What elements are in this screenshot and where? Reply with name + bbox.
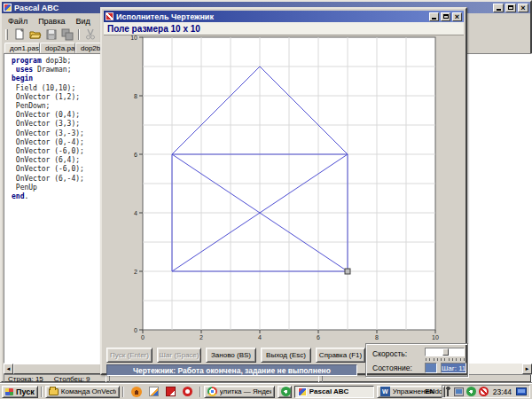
windows-flag-icon — [5, 388, 13, 395]
computer-icon[interactable] — [454, 387, 464, 396]
speed-label: Скорость: — [372, 349, 407, 358]
minimize-icon — [432, 18, 436, 20]
restore-icon — [508, 5, 513, 10]
svg-text:2: 2 — [134, 269, 137, 275]
taskbar-divider — [122, 387, 124, 397]
svg-text:0: 0 — [134, 327, 137, 333]
status-line-label: Строка: 15 — [8, 375, 43, 383]
tab-доп1.pas[interactable]: доп1.pas — [4, 43, 40, 53]
drawman-button-row: Пуск (Enter)Шаг (Space)Заново (BS)Выход … — [106, 348, 365, 363]
cut-icon — [84, 28, 97, 41]
display-icon[interactable] — [516, 387, 527, 395]
close-icon: × — [455, 13, 459, 20]
save-file-button — [44, 28, 59, 42]
control-groupbox: Скорость: Состояние: Шаг: 11 — [365, 343, 468, 377]
svg-text:10: 10 — [432, 334, 439, 340]
toolbar-grip — [5, 29, 8, 40]
pascal-abc-logo-icon — [4, 4, 12, 12]
code-line: OnVector (-6,0); — [12, 165, 84, 174]
taskbar-button-4[interactable]: Pascal ABC — [294, 386, 374, 398]
save-all-icon — [61, 28, 74, 41]
screen: Pascal ABC × ФайлПравкаВидПрограммы доп1… — [0, 0, 532, 399]
code-line: program dop3b; — [12, 57, 84, 66]
restore-button[interactable] — [505, 4, 516, 12]
taskbar-button-1[interactable]: Команда OnVector — [45, 386, 120, 398]
opera-icon[interactable] — [183, 387, 192, 396]
taskbar-divider — [200, 387, 201, 397]
drawman-button-4[interactable]: Выход (Esc) — [261, 348, 311, 363]
blocked-icon[interactable] — [479, 387, 489, 396]
taskbar-button-2[interactable]: улитка — Яндекс: на... — [204, 386, 275, 398]
svg-text:0: 0 — [141, 334, 145, 340]
pascal-icon — [298, 387, 307, 396]
svg-text:6: 6 — [317, 334, 320, 340]
menu-item-1[interactable]: Файл — [4, 16, 32, 27]
svg-text:8: 8 — [375, 334, 379, 340]
drawman-status-message: Чертежник: Работа окончена, задание не в… — [106, 364, 357, 376]
close-button[interactable]: × — [518, 4, 528, 12]
pdf-icon[interactable] — [166, 387, 176, 396]
code-line: uses Drawman; — [12, 66, 84, 74]
clock: 23:44 — [491, 387, 513, 396]
drawman-app-icon — [106, 12, 113, 20]
task-buttons: Команда OnVectorулитка — Яндекс: на...Pa… — [45, 386, 419, 398]
speed-slider-thumb[interactable] — [442, 348, 449, 356]
taskbar-button-3[interactable] — [278, 386, 292, 398]
taskbar-button-label: Команда OnVector — [61, 387, 116, 395]
code-line: OnVector (-6,0); — [12, 147, 84, 156]
close-icon: × — [520, 4, 525, 12]
code-line: OnVector (0,-4); — [12, 138, 84, 147]
menu-item-3[interactable]: Вид — [72, 16, 95, 27]
open-file-icon — [29, 28, 42, 41]
state-label: Состояние: — [372, 364, 412, 372]
code-line: OnVector (3,-3); — [12, 129, 84, 138]
drawman-button-1: Пуск (Enter) — [106, 348, 153, 363]
key-icon[interactable] — [445, 387, 451, 396]
svg-text:10: 10 — [130, 35, 137, 41]
code-line: begin — [12, 74, 84, 83]
minimize-button[interactable] — [493, 4, 504, 12]
flame-icon[interactable] — [131, 387, 142, 397]
drawman-titlebar[interactable]: Исполнитель Чертежник × — [104, 11, 464, 22]
tab-dop2a.pas[interactable]: dop2a.pas — [40, 43, 75, 53]
slider-tick-marks — [426, 358, 465, 361]
start-button[interactable]: Пуск — [2, 386, 38, 398]
drawman-canvas: 02468100246810 — [126, 35, 445, 341]
toolbar-separator — [78, 29, 80, 40]
word-icon: W — [380, 387, 390, 396]
code-line: OnVector (1,2); — [12, 93, 84, 102]
menu-item-2[interactable]: Правка — [34, 16, 69, 27]
svg-text:6: 6 — [134, 152, 137, 158]
step-counter-badge: Шаг: 11 — [441, 363, 466, 373]
notes-icon[interactable] — [149, 387, 159, 396]
cut-button — [83, 28, 98, 42]
code-line: end. — [12, 192, 84, 201]
code-line: OnVector (0,4); — [12, 111, 84, 120]
sputnik-icon[interactable] — [466, 387, 476, 396]
taskbar-button-label: Pascal ABC — [309, 387, 349, 395]
cursor-position-panel: Строка: 15 Столбец: 9 — [4, 374, 106, 383]
speed-slider[interactable] — [425, 348, 465, 356]
quick-launch — [127, 387, 197, 397]
close-button[interactable]: × — [452, 12, 462, 21]
drawman-button-5[interactable]: Справка (F1) — [316, 348, 365, 363]
pascal-window-title: Pascal ABC — [14, 3, 59, 13]
svg-text:4: 4 — [258, 334, 262, 340]
browser-icon — [207, 387, 217, 396]
drawman-button-2: Шаг (Space) — [157, 348, 201, 363]
new-file-button[interactable] — [12, 28, 27, 42]
code-line: PenDown; — [12, 102, 84, 111]
drawman-window-controls: × — [429, 12, 462, 21]
start-button-label: Пуск — [16, 387, 35, 396]
sputnik-icon — [281, 387, 291, 396]
scroll-left-arrow[interactable]: ◄ — [4, 364, 13, 374]
drawman-button-3[interactable]: Заново (BS) — [206, 348, 256, 363]
drawman-window: Исполнитель Чертежник × Поле размера 10 … — [100, 7, 467, 375]
maximize-button[interactable] — [441, 12, 450, 21]
language-indicator[interactable]: EN — [421, 386, 439, 397]
minimize-button[interactable] — [429, 12, 439, 21]
status-column-label: Столбец: 9 — [54, 375, 90, 383]
save-file-icon — [45, 28, 58, 41]
scroll-right-arrow[interactable]: ► — [522, 364, 532, 374]
open-file-button[interactable] — [28, 28, 43, 42]
